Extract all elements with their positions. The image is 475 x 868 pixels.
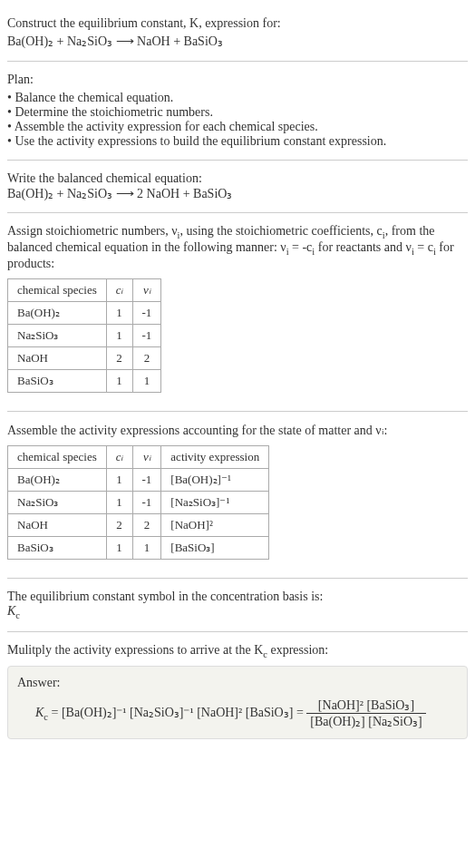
numerator: [NaOH]² [BaSiO₃]: [306, 697, 425, 714]
td: 1: [132, 536, 161, 559]
td: 1: [106, 536, 132, 559]
td: BaSiO₃: [8, 369, 107, 392]
th: νᵢ: [132, 278, 161, 301]
table-row: Na₂SiO₃1-1: [8, 324, 161, 346]
td: 1: [106, 301, 132, 324]
divider: [7, 212, 468, 213]
td: -1: [132, 301, 161, 324]
symbol-section: The equilibrium constant symbol in the c…: [7, 582, 468, 628]
text: νᵢ: [143, 450, 150, 463]
stoich-intro: Assign stoichiometric numbers, νi, using…: [7, 224, 468, 271]
text: Mulitply the activity expressions to arr…: [7, 643, 263, 657]
fraction: [NaOH]² [BaSiO₃][Ba(OH)₂] [Na₂SiO₃]: [306, 697, 425, 729]
td: 1: [106, 324, 132, 346]
text: , using the stoichiometric coefficients,…: [179, 224, 382, 238]
multiply-section: Mulitply the activity expressions to arr…: [7, 636, 468, 747]
td: [BaSiO₃]: [161, 536, 269, 559]
activity-table: chemical species cᵢ νᵢ activity expressi…: [7, 445, 269, 560]
td: -1: [132, 491, 161, 513]
stoich-section: Assign stoichiometric numbers, νi, using…: [7, 217, 468, 407]
plan-step: • Use the activity expressions to build …: [7, 134, 468, 149]
plan-header: Plan:: [7, 73, 468, 87]
stoich-table: chemical species cᵢ νᵢ Ba(OH)₂1-1 Na₂SiO…: [7, 278, 161, 393]
answer-expression: Kc = [Ba(OH)₂]⁻¹ [Na₂SiO₃]⁻¹ [NaOH]² [Ba…: [17, 697, 458, 729]
td: 1: [106, 468, 132, 491]
th: chemical species: [8, 445, 107, 468]
prompt-line1: Construct the equilibrium constant, K, e…: [7, 16, 281, 30]
text: νᵢ: [143, 283, 150, 297]
symbol-kc: Kc: [7, 604, 468, 620]
td: 1: [106, 369, 132, 392]
td: [Ba(OH)₂]⁻¹: [161, 468, 269, 491]
td: 2: [132, 513, 161, 536]
balanced-section: Write the balanced chemical equation: Ba…: [7, 164, 468, 209]
td: [Na₂SiO₃]⁻¹: [161, 491, 269, 513]
table-header-row: chemical species cᵢ νᵢ activity expressi…: [8, 445, 269, 468]
divider: [7, 411, 468, 412]
td: 1: [132, 369, 161, 392]
balanced-header: Write the balanced chemical equation:: [7, 171, 468, 186]
text: cᵢ: [116, 283, 123, 297]
td: Na₂SiO₃: [8, 324, 107, 346]
td: 1: [106, 491, 132, 513]
plan-step: • Balance the chemical equation.: [7, 91, 468, 105]
td: 2: [106, 346, 132, 369]
text: expression:: [267, 643, 328, 657]
td: NaOH: [8, 513, 107, 536]
text: Assign stoichiometric numbers, ν: [7, 224, 178, 238]
th: cᵢ: [106, 445, 132, 468]
td: NaOH: [8, 346, 107, 369]
denominator: [Ba(OH)₂] [Na₂SiO₃]: [306, 714, 425, 729]
td: [NaOH]²: [161, 513, 269, 536]
divider: [7, 631, 468, 632]
td: BaSiO₃: [8, 536, 107, 559]
th: cᵢ: [106, 278, 132, 301]
table-row: NaOH22[NaOH]²: [8, 513, 269, 536]
text: K: [7, 604, 15, 618]
prompt-equation: Ba(OH)₂ + Na₂SiO₃ ⟶ NaOH + BaSiO₃: [7, 34, 223, 48]
divider: [7, 160, 468, 161]
activity-section: Assemble the activity expressions accoun…: [7, 415, 468, 574]
td: Na₂SiO₃: [8, 491, 107, 513]
th: chemical species: [8, 278, 107, 301]
th: νᵢ: [132, 445, 161, 468]
td: -1: [132, 468, 161, 491]
td: 2: [132, 346, 161, 369]
text: = -c: [289, 240, 313, 254]
plan-section: Plan: • Balance the chemical equation. •…: [7, 65, 468, 156]
table-header-row: chemical species cᵢ νᵢ: [8, 278, 161, 301]
table-row: Ba(OH)₂1-1[Ba(OH)₂]⁻¹: [8, 468, 269, 491]
text: for reactants and ν: [315, 240, 412, 254]
text: = c: [414, 240, 433, 254]
prompt-section: Construct the equilibrium constant, K, e…: [7, 7, 468, 57]
divider: [7, 578, 468, 579]
table-row: Na₂SiO₃1-1[Na₂SiO₃]⁻¹: [8, 491, 269, 513]
plan-step: • Determine the stoichiometric numbers.: [7, 105, 468, 120]
td: -1: [132, 324, 161, 346]
text: cᵢ: [116, 450, 123, 463]
balanced-equation: Ba(OH)₂ + Na₂SiO₃ ⟶ 2 NaOH + BaSiO₃: [7, 186, 468, 201]
plan-step: • Assemble the activity expression for e…: [7, 120, 468, 134]
td: Ba(OH)₂: [8, 468, 107, 491]
text: K: [35, 706, 44, 719]
symbol-line1: The equilibrium constant symbol in the c…: [7, 590, 468, 604]
activity-intro: Assemble the activity expressions accoun…: [7, 423, 468, 438]
td: 2: [106, 513, 132, 536]
sub: c: [15, 610, 20, 620]
th: activity expression: [161, 445, 269, 468]
table-row: BaSiO₃11: [8, 369, 161, 392]
text: = [Ba(OH)₂]⁻¹ [Na₂SiO₃]⁻¹ [NaOH]² [BaSiO…: [48, 706, 306, 719]
table-row: Ba(OH)₂1-1: [8, 301, 161, 324]
table-row: BaSiO₃11[BaSiO₃]: [8, 536, 269, 559]
divider: [7, 61, 468, 62]
answer-label: Answer:: [17, 676, 458, 690]
table-row: NaOH22: [8, 346, 161, 369]
td: Ba(OH)₂: [8, 301, 107, 324]
answer-box: Answer: Kc = [Ba(OH)₂]⁻¹ [Na₂SiO₃]⁻¹ [Na…: [7, 666, 468, 739]
